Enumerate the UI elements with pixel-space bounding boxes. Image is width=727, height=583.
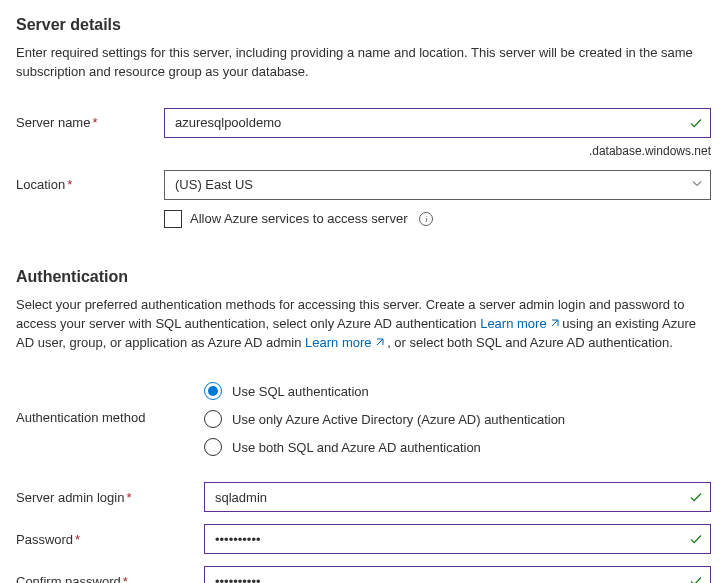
auth-method-label: Authentication method — [16, 382, 204, 425]
allow-azure-row: Allow Azure services to access server i — [164, 210, 711, 228]
allow-azure-label: Allow Azure services to access server — [190, 211, 407, 226]
authentication-description: Select your preferred authentication met… — [16, 296, 711, 355]
location-value: (US) East US — [175, 177, 253, 192]
radio-icon — [204, 382, 222, 400]
server-details-heading: Server details — [16, 16, 711, 34]
server-details-description: Enter required settings for this server,… — [16, 44, 711, 82]
radio-both-auth[interactable]: Use both SQL and Azure AD authentication — [204, 438, 565, 456]
auth-desc-text3: , or select both SQL and Azure AD authen… — [384, 335, 673, 350]
allow-azure-checkbox[interactable] — [164, 210, 182, 228]
location-label-text: Location — [16, 177, 65, 192]
required-asterisk: * — [123, 574, 128, 583]
radio-icon — [204, 438, 222, 456]
required-asterisk: * — [92, 115, 97, 130]
radio-aad-only[interactable]: Use only Azure Active Directory (Azure A… — [204, 410, 565, 428]
password-label: Password* — [16, 532, 204, 547]
learn-more-link-2[interactable]: Learn more — [305, 335, 383, 350]
confirm-password-label: Confirm password* — [16, 574, 204, 583]
admin-login-label: Server admin login* — [16, 490, 204, 505]
password-input[interactable] — [204, 524, 711, 554]
auth-method-group: Authentication method Use SQL authentica… — [16, 382, 711, 456]
radio-sql-label: Use SQL authentication — [232, 384, 369, 399]
password-label-text: Password — [16, 532, 73, 547]
radio-sql-auth[interactable]: Use SQL authentication — [204, 382, 565, 400]
radio-icon — [204, 410, 222, 428]
radio-both-label: Use both SQL and Azure AD authentication — [232, 440, 481, 455]
location-label: Location* — [16, 177, 164, 192]
server-name-label-text: Server name — [16, 115, 90, 130]
server-name-input[interactable] — [164, 108, 711, 138]
location-row: Location* (US) East US — [16, 170, 711, 200]
admin-login-label-text: Server admin login — [16, 490, 124, 505]
password-row: Password* — [16, 524, 711, 554]
admin-login-row: Server admin login* — [16, 482, 711, 512]
learn-more-link-1[interactable]: Learn more — [480, 316, 558, 331]
confirm-password-input[interactable] — [204, 566, 711, 583]
external-link-icon — [374, 335, 384, 354]
info-icon[interactable]: i — [419, 212, 433, 226]
server-name-label: Server name* — [16, 115, 164, 130]
external-link-icon — [549, 316, 559, 335]
admin-login-input[interactable] — [204, 482, 711, 512]
learn-more-text-1: Learn more — [480, 316, 546, 331]
authentication-heading: Authentication — [16, 268, 711, 286]
radio-aad-only-label: Use only Azure Active Directory (Azure A… — [232, 412, 565, 427]
confirm-password-label-text: Confirm password — [16, 574, 121, 583]
required-asterisk: * — [126, 490, 131, 505]
learn-more-text-2: Learn more — [305, 335, 371, 350]
required-asterisk: * — [67, 177, 72, 192]
required-asterisk: * — [75, 532, 80, 547]
server-name-row: Server name* — [16, 108, 711, 138]
confirm-password-row: Confirm password* — [16, 566, 711, 583]
location-select[interactable]: (US) East US — [164, 170, 711, 200]
server-name-suffix: .database.windows.net — [16, 144, 711, 158]
